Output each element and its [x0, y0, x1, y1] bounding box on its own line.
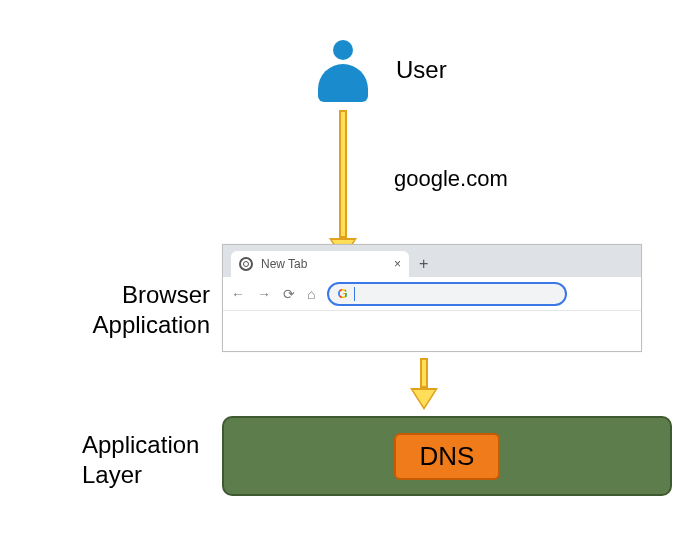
nav-home-icon[interactable]: ⌂ [307, 286, 315, 302]
nav-back-icon[interactable]: ← [231, 286, 245, 302]
dns-box: DNS [394, 433, 501, 480]
tab-favicon-icon [239, 257, 253, 271]
arrow-user-to-browser-shaft [339, 110, 347, 238]
app-layer-caption: Application Layer [82, 430, 222, 490]
tab-title: New Tab [261, 257, 307, 271]
application-layer-box: DNS [222, 416, 672, 496]
address-bar[interactable]: G [327, 282, 567, 306]
browser-window: New Tab × + ← → ⟳ ⌂ G [222, 244, 642, 352]
nav-forward-icon[interactable]: → [257, 286, 271, 302]
browser-caption: Browser Application [70, 280, 210, 340]
dns-label: DNS [420, 441, 475, 471]
tab-strip: New Tab × + [223, 245, 641, 277]
user-label: User [396, 56, 447, 84]
arrow-browser-to-applayer-head [410, 388, 438, 410]
arrow-browser-to-applayer-shaft [420, 358, 428, 388]
nav-reload-icon[interactable]: ⟳ [283, 286, 295, 302]
google-g-icon: G [337, 286, 347, 301]
tab-close-icon[interactable]: × [394, 258, 401, 270]
new-tab-button[interactable]: + [409, 255, 438, 277]
user-icon [318, 40, 368, 102]
browser-toolbar: ← → ⟳ ⌂ G [223, 277, 641, 311]
text-cursor [354, 287, 355, 301]
browser-tab[interactable]: New Tab × [231, 251, 409, 277]
arrow1-label: google.com [394, 166, 508, 192]
